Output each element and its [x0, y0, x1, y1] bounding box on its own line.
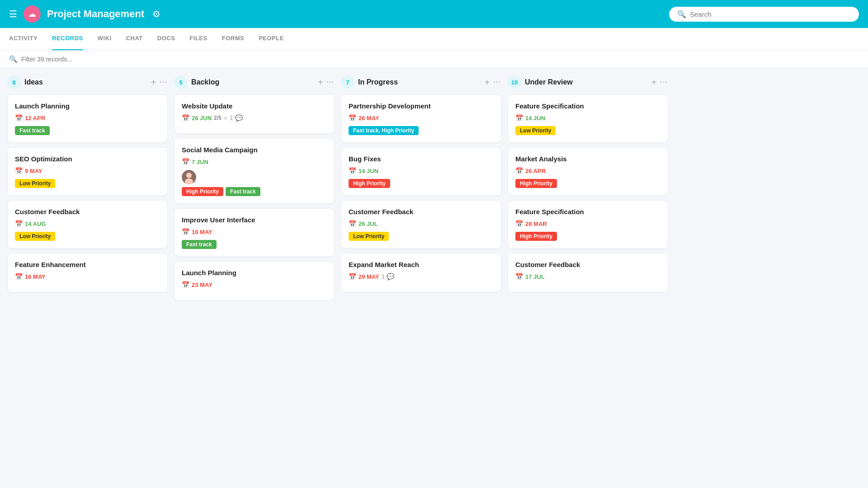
table-row[interactable]: Bug Fixes📅14 JUNHigh Priority	[341, 147, 501, 196]
tab-people[interactable]: PEOPLE	[259, 28, 284, 50]
menu-icon[interactable]: ☰	[9, 9, 17, 19]
table-row[interactable]: Launch Planning📅12 APRFast track	[7, 94, 168, 143]
calendar-icon: 📅	[182, 158, 189, 165]
filter-search-icon: 🔍	[9, 55, 18, 63]
calendar-icon: 📅	[349, 220, 356, 227]
comment-count: 1 💬	[382, 273, 395, 280]
kanban-board: 8Ideas+···Launch Planning📅12 APRFast tra…	[0, 68, 868, 486]
tasks-icon: ≡	[224, 114, 227, 122]
tab-activity[interactable]: ACTIVITY	[9, 28, 38, 50]
card-tags: High Priority	[515, 179, 660, 188]
settings-icon[interactable]: ⚙	[152, 9, 160, 19]
card-date-row: 📅9 MAY	[15, 167, 160, 174]
app-title: Project Management	[47, 8, 144, 20]
card-date-row: 📅14 JUN	[349, 167, 494, 174]
column-add-under-review[interactable]: +	[651, 77, 657, 88]
column-add-ideas[interactable]: +	[151, 77, 156, 88]
tab-chat[interactable]: CHAT	[126, 28, 143, 50]
calendar-icon: 📅	[349, 167, 356, 174]
card-title: Market Analysis	[515, 155, 660, 163]
column-add-backlog[interactable]: +	[318, 77, 323, 88]
tab-files[interactable]: FILES	[189, 28, 207, 50]
table-row[interactable]: Feature Specification📅28 MARHigh Priorit…	[508, 200, 668, 249]
column-count-under-review: 10	[508, 75, 521, 89]
column-header-in-progress: 7In Progress+···	[341, 75, 501, 89]
tag: High Priority	[349, 179, 390, 188]
table-row[interactable]: Customer Feedback📅14 AUGLow Priority	[7, 200, 168, 249]
column-header-under-review: 10Under Review+···	[508, 75, 668, 89]
card-date: 14 JUN	[359, 168, 378, 174]
card-date-row: 📅23 MAY	[182, 281, 327, 288]
card-title: Expand Market Reach	[349, 261, 494, 268]
card-tags: High Priority	[349, 179, 494, 188]
column-title-ideas: Ideas	[24, 78, 147, 86]
calendar-icon: 📅	[182, 281, 189, 288]
card-title: Website Update	[182, 102, 327, 110]
card-title: Feature Enhancement	[15, 261, 160, 268]
card-date: 14 JUN	[525, 115, 545, 122]
card-title: Feature Specification	[515, 102, 660, 110]
tag: Low Priority	[515, 126, 556, 135]
card-date: 9 MAY	[25, 168, 42, 174]
card-title: Customer Feedback	[349, 208, 494, 216]
column-header-ideas: 8Ideas+···	[7, 75, 168, 89]
column-more-ideas[interactable]: ···	[160, 79, 168, 86]
calendar-icon: 📅	[515, 273, 523, 280]
calendar-icon: 📅	[15, 167, 23, 174]
card-title: Bug Fixes	[349, 155, 494, 163]
card-tags: Fast track	[15, 126, 160, 135]
column-add-in-progress[interactable]: +	[485, 77, 490, 88]
card-date-row: 📅16 MAY	[15, 273, 160, 280]
tag: Low Priority	[15, 179, 55, 188]
column-more-under-review[interactable]: ···	[660, 79, 668, 86]
column-title-under-review: Under Review	[525, 78, 648, 86]
table-row[interactable]: Customer Feedback📅17 JUL	[508, 253, 668, 292]
app-header: ☰ ☁ Project Management ⚙ 🔍	[0, 0, 868, 28]
table-row[interactable]: Feature Enhancement📅16 MAY	[7, 253, 168, 292]
calendar-icon: 📅	[515, 114, 523, 122]
tab-forms[interactable]: FORMS	[222, 28, 244, 50]
tag: Fast track, High Priority	[349, 126, 419, 135]
table-row[interactable]: Expand Market Reach📅29 MAY1 💬	[341, 253, 501, 292]
card-date-row: 📅16 MAY	[182, 228, 327, 235]
tab-records[interactable]: RECORDS	[52, 28, 83, 50]
table-row[interactable]: Market Analysis📅26 APRHigh Priority	[508, 147, 668, 196]
calendar-icon: 📅	[515, 167, 523, 174]
column-more-in-progress[interactable]: ···	[493, 79, 501, 86]
table-row[interactable]: Partnership Development📅26 MAYFast track…	[341, 94, 501, 143]
card-date: 17 JUL	[525, 273, 545, 280]
table-row[interactable]: SEO Optimization📅9 MAYLow Priority	[7, 147, 168, 196]
calendar-icon: 📅	[15, 273, 23, 280]
svg-point-1	[186, 173, 192, 178]
card-title: Launch Planning	[182, 269, 327, 277]
calendar-icon: 📅	[349, 114, 356, 122]
card-title: SEO Optimization	[15, 155, 160, 163]
card-title: Improve User Interface	[182, 216, 327, 224]
column-ideas: 8Ideas+···Launch Planning📅12 APRFast tra…	[7, 75, 168, 486]
search-icon: 🔍	[677, 10, 686, 19]
calendar-icon: 📅	[349, 273, 356, 280]
table-row[interactable]: Launch Planning📅23 MAY	[174, 261, 335, 300]
filter-bar: 🔍	[0, 51, 868, 68]
table-row[interactable]: Customer Feedback📅26 JULLow Priority	[341, 200, 501, 249]
search-input[interactable]	[690, 10, 851, 18]
search-box: 🔍	[669, 7, 859, 22]
tag: Low Priority	[349, 232, 389, 241]
card-progress: 2/5	[214, 115, 222, 121]
tab-docs[interactable]: DOCS	[157, 28, 175, 50]
table-row[interactable]: Improve User Interface📅16 MAYFast track	[174, 208, 335, 257]
card-date-row: 📅14 JUN	[515, 114, 660, 122]
calendar-icon: 📅	[182, 114, 189, 122]
column-more-backlog[interactable]: ···	[326, 79, 335, 86]
card-date: 7 JUN	[192, 159, 208, 165]
table-row[interactable]: Website Update📅26 JUN2/5≡1 💬	[174, 94, 335, 134]
card-date-row: 📅12 APR	[15, 114, 160, 122]
tag: Fast track	[182, 240, 217, 249]
tab-wiki[interactable]: WIKI	[98, 28, 112, 50]
table-row[interactable]: Feature Specification📅14 JUNLow Priority	[508, 94, 668, 143]
table-row[interactable]: Social Media Campaign📅7 JUN High Priorit…	[174, 138, 335, 204]
card-date: 12 APR	[25, 115, 45, 122]
filter-input[interactable]	[21, 56, 157, 63]
card-tags: Low Priority	[349, 232, 494, 241]
column-header-backlog: 5Backlog+···	[174, 75, 335, 89]
